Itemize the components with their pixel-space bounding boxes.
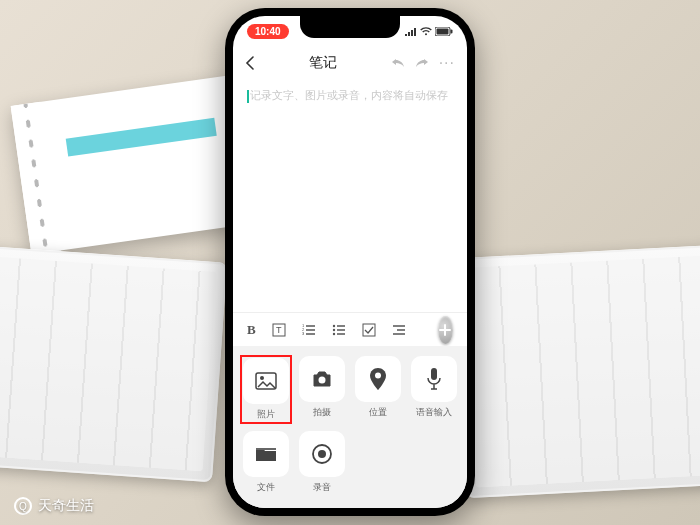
svg-rect-16 xyxy=(431,368,437,380)
mic-icon xyxy=(427,368,441,390)
location-icon xyxy=(370,368,386,390)
bold-button[interactable]: B xyxy=(247,322,256,338)
attach-location-button[interactable]: 位置 xyxy=(353,356,403,423)
watermark-text: 天奇生活 xyxy=(38,497,94,515)
svg-rect-1 xyxy=(437,28,449,34)
watermark-icon: Q xyxy=(14,497,32,515)
ordered-list-button[interactable]: 123 xyxy=(302,323,316,337)
attachment-panel: 照片 拍摄 位置 语音输入 xyxy=(233,346,467,508)
text-style-icon: T xyxy=(272,323,286,337)
svg-point-10 xyxy=(332,332,334,334)
undo-icon xyxy=(391,57,405,69)
keyboard-right-prop xyxy=(454,242,700,498)
paper-notebook-prop xyxy=(11,75,250,254)
text-cursor xyxy=(247,90,249,103)
svg-point-9 xyxy=(332,328,334,330)
svg-point-14 xyxy=(319,377,326,384)
phone-notch xyxy=(300,16,400,38)
attach-file-button[interactable]: 文件 xyxy=(241,431,291,494)
signal-icon xyxy=(405,27,417,36)
note-editor[interactable]: 记录文字、图片或录音，内容将自动保存 xyxy=(233,80,467,312)
attach-record-button[interactable]: 录音 xyxy=(297,431,347,494)
add-attachment-button[interactable] xyxy=(438,316,453,344)
image-icon xyxy=(255,372,277,390)
attach-voice-input-button[interactable]: 语音输入 xyxy=(409,356,459,423)
ordered-list-icon: 123 xyxy=(302,323,316,337)
wifi-icon xyxy=(420,27,432,36)
attach-camera-button[interactable]: 拍摄 xyxy=(297,356,347,423)
indent-icon xyxy=(392,323,406,337)
svg-point-13 xyxy=(260,376,264,380)
battery-icon xyxy=(435,27,453,36)
more-button[interactable]: ··· xyxy=(439,54,455,72)
attach-location-label: 位置 xyxy=(369,406,387,419)
phone-screen: 10:40 笔记 xyxy=(233,16,467,508)
bullet-list-icon xyxy=(332,323,346,337)
attach-voice-label: 语音输入 xyxy=(416,406,452,419)
back-button[interactable] xyxy=(245,56,255,70)
svg-point-8 xyxy=(332,324,334,326)
svg-rect-17 xyxy=(256,448,276,450)
editor-placeholder: 记录文字、图片或录音，内容将自动保存 xyxy=(250,89,448,101)
text-style-button[interactable]: T xyxy=(272,323,286,337)
attach-photo-label: 照片 xyxy=(257,408,275,421)
svg-rect-11 xyxy=(363,324,375,336)
svg-text:3: 3 xyxy=(302,331,305,336)
svg-point-15 xyxy=(375,373,381,379)
checklist-icon xyxy=(362,323,376,337)
nav-bar: 笔记 ··· xyxy=(233,46,467,80)
keyboard-left-prop xyxy=(0,238,227,483)
plus-icon xyxy=(438,323,452,337)
phone-frame: 10:40 笔记 xyxy=(225,8,475,516)
attach-photo-button[interactable]: 照片 xyxy=(241,356,291,423)
camera-icon xyxy=(311,370,333,388)
checklist-button[interactable] xyxy=(362,323,376,337)
undo-button[interactable] xyxy=(391,57,405,69)
attach-file-label: 文件 xyxy=(257,481,275,494)
watermark: Q 天奇生活 xyxy=(14,497,94,515)
folder-icon xyxy=(255,445,277,463)
svg-point-19 xyxy=(318,450,326,458)
svg-text:T: T xyxy=(276,325,282,335)
bullet-list-button[interactable] xyxy=(332,323,346,337)
attach-record-label: 录音 xyxy=(313,481,331,494)
chevron-left-icon xyxy=(245,56,255,70)
redo-icon xyxy=(415,57,429,69)
indent-button[interactable] xyxy=(392,323,406,337)
page-title: 笔记 xyxy=(309,54,337,72)
record-icon xyxy=(311,443,333,465)
redo-button[interactable] xyxy=(415,57,429,69)
svg-rect-2 xyxy=(451,29,453,33)
attach-camera-label: 拍摄 xyxy=(313,406,331,419)
status-time: 10:40 xyxy=(247,24,289,39)
format-toolbar: B T 123 xyxy=(233,312,467,346)
